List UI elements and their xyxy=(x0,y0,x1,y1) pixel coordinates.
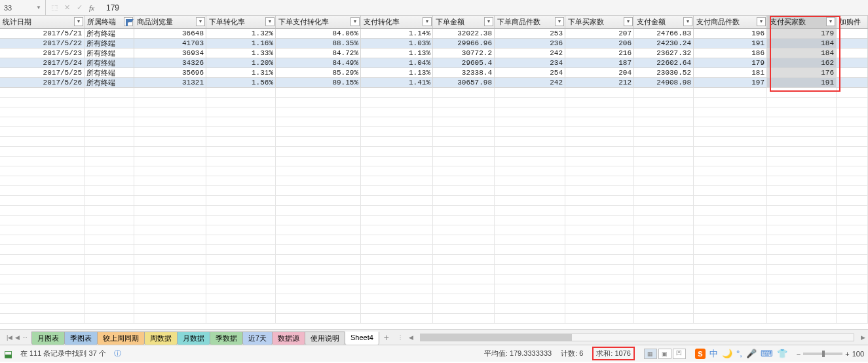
filter-icon[interactable] xyxy=(423,17,432,26)
cell[interactable]: 85.29% xyxy=(276,68,361,77)
empty-row[interactable] xyxy=(0,255,868,265)
info-icon[interactable]: ⓘ xyxy=(114,349,121,358)
filter-icon[interactable] xyxy=(265,17,274,26)
empty-row[interactable] xyxy=(0,314,868,324)
ime-punct-icon[interactable]: °, xyxy=(736,349,742,358)
cell[interactable]: 179 xyxy=(694,58,767,67)
expand-icon[interactable]: ⬚ xyxy=(51,3,58,12)
table-row[interactable]: 2017/5/26所有终端313211.56%89.15%1.41%30657.… xyxy=(0,78,868,88)
sheet-tab[interactable]: 数据源 xyxy=(272,332,305,345)
table-row[interactable]: 2017/5/22所有终端417031.16%88.35%1.03%29966.… xyxy=(0,39,868,48)
filter-icon[interactable] xyxy=(74,17,83,26)
cell[interactable]: 84.49% xyxy=(276,58,361,67)
cell[interactable]: 所有终端 xyxy=(85,68,134,77)
empty-row[interactable] xyxy=(0,265,868,275)
empty-row[interactable] xyxy=(0,157,868,166)
cell[interactable]: 184 xyxy=(767,48,837,58)
cell[interactable]: 254 xyxy=(495,68,565,77)
filter-icon[interactable] xyxy=(624,17,633,26)
cell[interactable]: 1.04% xyxy=(361,58,433,67)
empty-row[interactable] xyxy=(0,117,868,127)
empty-row[interactable] xyxy=(0,147,868,157)
cell[interactable]: 89.15% xyxy=(276,78,361,87)
cell[interactable]: 242 xyxy=(495,48,565,58)
cell[interactable]: 2017/5/22 xyxy=(0,39,85,48)
cell[interactable]: 1.20% xyxy=(206,58,276,67)
cell[interactable]: 1.33% xyxy=(206,48,276,58)
cell[interactable]: 204 xyxy=(565,68,634,77)
col-header-order-amt[interactable]: 下单金额 xyxy=(433,16,495,28)
horizontal-scrollbar[interactable] xyxy=(416,334,858,341)
col-header-order-buyers[interactable]: 下单买家数 xyxy=(565,16,634,28)
cell[interactable]: 所有终端 xyxy=(85,48,134,58)
cell[interactable]: 31321 xyxy=(134,78,206,87)
cell[interactable]: 176 xyxy=(767,68,837,77)
cell[interactable]: 1.56% xyxy=(206,78,276,87)
cell[interactable]: 207 xyxy=(565,29,634,38)
filter-icon[interactable] xyxy=(484,17,493,26)
cell[interactable]: 2017/5/21 xyxy=(0,29,85,38)
filter-icon[interactable] xyxy=(124,17,133,26)
sheet-tab[interactable]: 近7天 xyxy=(242,332,273,345)
sheet-tab[interactable]: 季数据 xyxy=(210,332,243,345)
cell[interactable]: 34326 xyxy=(134,58,206,67)
cell[interactable]: 36934 xyxy=(134,48,206,58)
cell[interactable]: 2017/5/25 xyxy=(0,68,85,77)
cell[interactable]: 1.13% xyxy=(361,68,433,77)
confirm-icon[interactable]: ✓ xyxy=(77,3,83,12)
table-row[interactable]: 2017/5/24所有终端343261.20%84.49%1.04%29605.… xyxy=(0,58,868,68)
cell[interactable]: 84.72% xyxy=(276,48,361,58)
col-header-pay-buyers[interactable]: 支付买家数 xyxy=(767,16,837,28)
view-break-icon[interactable]: 凹 xyxy=(673,349,686,359)
zoom-out-icon[interactable]: − xyxy=(797,350,801,358)
sheet-tab[interactable]: 季图表 xyxy=(64,332,98,345)
cell[interactable]: 24908.98 xyxy=(634,78,694,87)
tab-first-icon[interactable]: |◀ xyxy=(7,334,12,341)
cell[interactable]: 162 xyxy=(767,58,837,67)
cell[interactable]: 35696 xyxy=(134,68,206,77)
scroll-left-icon[interactable]: ◀ xyxy=(406,334,416,341)
scroll-right-icon[interactable]: ▶ xyxy=(858,334,868,341)
cell[interactable]: 197 xyxy=(694,78,767,87)
zoom-thumb[interactable] xyxy=(822,351,825,357)
cell[interactable]: 41703 xyxy=(134,39,206,48)
cell[interactable]: 所有终端 xyxy=(85,78,134,87)
cell[interactable]: 196 xyxy=(694,29,767,38)
cell[interactable] xyxy=(837,58,868,67)
empty-row[interactable] xyxy=(0,166,868,176)
table-row[interactable]: 2017/5/23所有终端369341.33%84.72%1.13%30772.… xyxy=(0,48,868,58)
col-header-order-rate[interactable]: 下单转化率 xyxy=(206,16,276,28)
ime-mic-icon[interactable]: 🎤 xyxy=(746,349,757,358)
col-header-orderpay-rate[interactable]: 下单支付转化率 xyxy=(276,16,361,28)
cell[interactable]: 32338.4 xyxy=(433,68,495,77)
sheet-tab[interactable]: Sheet4 xyxy=(345,332,379,345)
cell[interactable]: 212 xyxy=(565,78,634,87)
scrollbar-track[interactable] xyxy=(420,334,854,341)
name-box[interactable]: 33 ▼ xyxy=(0,0,46,15)
cell[interactable]: 所有终端 xyxy=(85,39,134,48)
cell[interactable]: 2017/5/23 xyxy=(0,48,85,58)
zoom-in-icon[interactable]: + xyxy=(845,350,849,358)
zoom-slider[interactable] xyxy=(803,353,842,355)
sheet-tab[interactable]: 较上周同期 xyxy=(97,332,145,345)
empty-row[interactable] xyxy=(0,275,868,284)
col-header-pay-rate[interactable]: 支付转化率 xyxy=(361,16,433,28)
add-sheet-icon[interactable]: + xyxy=(379,332,394,343)
col-header-pay-amt[interactable]: 支付金额 xyxy=(634,16,694,28)
cell[interactable] xyxy=(837,29,868,38)
cell[interactable]: 29966.96 xyxy=(433,39,495,48)
sogou-ime-icon[interactable]: S xyxy=(695,349,706,359)
cell[interactable]: 2017/5/26 xyxy=(0,78,85,87)
cell[interactable]: 191 xyxy=(767,78,837,87)
ime-zhong-icon[interactable]: 中 xyxy=(709,348,718,360)
cell[interactable]: 所有终端 xyxy=(85,29,134,38)
empty-row[interactable] xyxy=(0,294,868,304)
filter-icon[interactable] xyxy=(683,17,692,26)
cell[interactable]: 242 xyxy=(495,78,565,87)
empty-row[interactable] xyxy=(0,216,868,225)
cell[interactable]: 29605.4 xyxy=(433,58,495,67)
cell[interactable]: 216 xyxy=(565,48,634,58)
cell[interactable]: 187 xyxy=(565,58,634,67)
cell[interactable]: 1.03% xyxy=(361,39,433,48)
cell[interactable]: 23627.32 xyxy=(634,48,694,58)
